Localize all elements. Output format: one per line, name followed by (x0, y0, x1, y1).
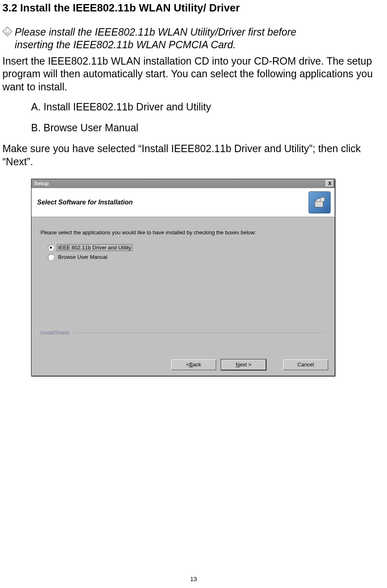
paragraph-intro: Insert the IEEE802.11b WLAN installation… (2, 55, 385, 93)
spacer (271, 359, 278, 370)
list-item: A. Install IEEE802.11b Driver and Utilit… (31, 101, 385, 113)
note-block: Please install the IEEE802.11b WLAN Util… (2, 26, 385, 51)
svg-point-1 (6, 31, 7, 31)
svg-marker-0 (3, 27, 12, 36)
back-button[interactable]: < Back (171, 359, 216, 370)
radio-option-driver-utility[interactable]: IEEE 802.11b Driver and Utility (48, 245, 326, 251)
btn-text: Cancel (298, 361, 314, 368)
btn-underline: N (236, 361, 239, 368)
btn-text: < (186, 361, 190, 368)
close-icon: X (328, 181, 331, 186)
btn-underline: B (189, 361, 193, 368)
page-number: 13 (0, 575, 387, 582)
note-text: Please install the IEEE802.11b WLAN Util… (15, 26, 296, 51)
dialog-titlebar[interactable]: Setup X (31, 179, 335, 188)
note-diamond-icon (2, 27, 12, 36)
installshield-brand-row: InstallShield (40, 330, 326, 336)
btn-text: ext > (239, 361, 251, 368)
radio-icon[interactable] (48, 245, 54, 251)
svg-point-5 (320, 197, 324, 202)
dialog-header: Select Software for Installation (31, 188, 335, 217)
divider (72, 332, 326, 333)
list-item: B. Browse User Manual (31, 121, 385, 134)
note-text-line2: inserting the IEEE802.11b WLAN PCMCIA Ca… (15, 38, 296, 51)
svg-point-2 (8, 31, 9, 31)
radio-option-browse-manual[interactable]: Browse User Manual (48, 254, 326, 260)
dialog-prompt: Please select the applications you would… (40, 229, 326, 236)
section-heading: 3.2 Install the IEEE802.11b WLAN Utility… (2, 2, 385, 14)
next-button[interactable]: Next > (221, 359, 266, 370)
dialog-heading: Select Software for Installation (37, 199, 133, 206)
note-text-line1: Please install the IEEE802.11b WLAN Util… (15, 26, 296, 38)
document-page: 3.2 Install the IEEE802.11b WLAN Utility… (0, 2, 387, 588)
paragraph-instruction: Make sure you have selected “Install IEE… (2, 142, 385, 168)
cancel-button[interactable]: Cancel (283, 359, 328, 370)
installshield-label: InstallShield (40, 330, 69, 336)
dialog-title: Setup (34, 180, 49, 186)
dialog-button-row: < Back Next > Cancel (31, 355, 335, 376)
setup-dialog: Setup X Select Software for Installation… (31, 179, 335, 376)
install-options-list: A. Install IEEE802.11b Driver and Utilit… (31, 101, 385, 135)
screenshot-figure: Setup X Select Software for Installation… (31, 179, 385, 376)
radio-icon[interactable] (48, 254, 54, 260)
close-button[interactable]: X (326, 180, 334, 187)
install-box-icon (309, 191, 331, 213)
btn-text: ack (193, 361, 201, 368)
svg-rect-3 (315, 201, 323, 207)
dialog-body: Please select the applications you would… (31, 217, 335, 355)
radio-label: Browse User Manual (57, 254, 108, 260)
radio-label: IEEE 802.11b Driver and Utility (57, 245, 132, 251)
